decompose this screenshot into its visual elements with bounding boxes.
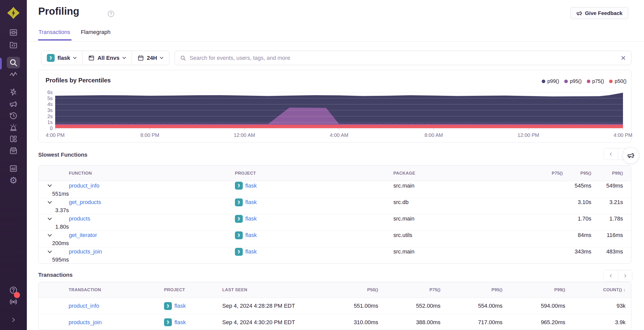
col-p50[interactable]: P50() bbox=[308, 287, 378, 292]
p99-value: 3.37s bbox=[38, 207, 69, 214]
project-link[interactable]: flask bbox=[245, 232, 257, 239]
p95-value: 549ms bbox=[591, 182, 623, 189]
transaction-row: product_infoflaskSep 4, 2024 4:28:28 PM … bbox=[38, 298, 631, 314]
count-value: 3.9k bbox=[565, 319, 626, 326]
page-help-icon[interactable]: ? bbox=[108, 11, 114, 17]
svg-text:12:00 PM: 12:00 PM bbox=[517, 132, 539, 138]
p75-value: 1.70s bbox=[563, 215, 591, 222]
svg-text:5s: 5s bbox=[47, 96, 53, 101]
package-cell: src.main bbox=[393, 182, 563, 189]
col-p95[interactable]: P95() bbox=[440, 287, 502, 292]
col-p95: P95() bbox=[563, 171, 591, 176]
sidebar-item-projects[interactable] bbox=[7, 39, 20, 51]
flask-project-icon bbox=[235, 248, 243, 256]
sidebar-item-issues[interactable] bbox=[7, 27, 20, 38]
project-link[interactable]: flask bbox=[174, 303, 186, 309]
sidebar-item-traces[interactable] bbox=[7, 69, 20, 80]
transaction-row: products_joinflaskSep 4, 2024 4:30:20 PM… bbox=[38, 314, 631, 330]
project-link[interactable]: flask bbox=[245, 248, 257, 255]
prev-page-button[interactable] bbox=[604, 270, 618, 281]
p99-value: 594.00ms bbox=[502, 303, 565, 309]
search-input[interactable] bbox=[190, 55, 617, 61]
function-link[interactable]: product_info bbox=[69, 182, 99, 189]
sidebar-item-stats[interactable] bbox=[7, 163, 20, 174]
sidebar-item-alerts[interactable] bbox=[7, 122, 20, 133]
function-link[interactable]: get_products bbox=[69, 199, 101, 205]
chevron-down-icon bbox=[160, 57, 164, 59]
function-link[interactable]: get_iterator bbox=[69, 232, 97, 238]
tab-bar: Transactions Flamegraph bbox=[38, 29, 111, 41]
expand-row-chevron-icon[interactable] bbox=[48, 201, 69, 204]
clear-search-icon[interactable]: ✕ bbox=[620, 55, 626, 61]
sidebar-item-explore[interactable] bbox=[7, 57, 20, 68]
col-last-seen: LAST SEEN bbox=[222, 287, 308, 292]
count-value: 93k bbox=[565, 303, 626, 309]
sidebar-item-insights[interactable] bbox=[7, 86, 20, 98]
project-link[interactable]: flask bbox=[245, 199, 257, 206]
give-feedback-button[interactable]: Give Feedback bbox=[570, 7, 628, 19]
svg-text:8:00 PM: 8:00 PM bbox=[140, 132, 159, 138]
sidebar-item-dashboards[interactable] bbox=[7, 133, 20, 145]
project-link[interactable]: flask bbox=[245, 182, 257, 189]
gear-icon: ⚙ bbox=[9, 176, 17, 185]
floating-feedback-widget-button[interactable] bbox=[622, 147, 639, 164]
col-p75[interactable]: P75() bbox=[378, 287, 440, 292]
sidebar-item-feedback[interactable] bbox=[7, 98, 20, 110]
p75-value: 388.00ms bbox=[378, 319, 440, 326]
p75-value: 545ms bbox=[563, 182, 591, 189]
prev-page-button[interactable] bbox=[604, 149, 618, 160]
sidebar: ⚙ bbox=[0, 0, 27, 330]
transaction-link[interactable]: product_info bbox=[69, 303, 99, 309]
sidebar-item-settings[interactable]: ⚙ bbox=[7, 175, 20, 186]
sidebar-item-releases[interactable] bbox=[7, 145, 20, 157]
function-link[interactable]: products_join bbox=[69, 248, 102, 255]
package-cell: src.main bbox=[393, 248, 563, 255]
project-filter-button[interactable]: flask bbox=[41, 51, 82, 65]
svg-text:1s: 1s bbox=[47, 119, 53, 125]
next-page-button[interactable] bbox=[618, 270, 632, 281]
expand-row-chevron-icon[interactable] bbox=[48, 250, 69, 253]
package-cell: src.utils bbox=[393, 232, 563, 239]
tab-transactions[interactable]: Transactions bbox=[38, 29, 70, 41]
flask-project-icon bbox=[235, 198, 243, 206]
tab-flamegraph[interactable]: Flamegraph bbox=[81, 29, 110, 41]
col-project: PROJECT bbox=[164, 287, 222, 292]
date-range-filter-button[interactable]: 24H bbox=[132, 51, 169, 65]
p99-value: 595ms bbox=[38, 256, 69, 263]
chevron-down-icon bbox=[73, 57, 77, 59]
project-link[interactable]: flask bbox=[174, 319, 186, 326]
svg-text:3s: 3s bbox=[47, 107, 53, 113]
svg-text:4s: 4s bbox=[47, 101, 53, 107]
expand-row-chevron-icon[interactable] bbox=[48, 217, 69, 220]
transactions-table: TRANSACTION PROJECT LAST SEEN P50() P75(… bbox=[38, 282, 631, 330]
p75-value: 3.10s bbox=[563, 199, 591, 206]
slowest-functions-heading: Slowest Functions bbox=[38, 152, 87, 158]
last-seen-cell: Sep 4, 2024 4:30:20 PM EDT bbox=[222, 319, 308, 326]
flask-project-icon bbox=[235, 215, 243, 223]
svg-text:0: 0 bbox=[50, 125, 53, 131]
project-link[interactable]: flask bbox=[245, 215, 257, 222]
slowest-function-row: product_infoflasksrc.main545ms549ms551ms bbox=[38, 181, 631, 198]
p95-value: 554.00ms bbox=[440, 303, 502, 309]
package-cell: src.main bbox=[393, 215, 563, 222]
filter-group: flask All Envs 24H bbox=[41, 51, 169, 65]
expand-row-chevron-icon[interactable] bbox=[48, 234, 69, 237]
sentry-logo-icon[interactable] bbox=[7, 6, 20, 20]
megaphone-icon bbox=[576, 10, 582, 16]
environment-filter-button[interactable]: All Envs bbox=[82, 51, 132, 65]
search-bar: ✕ bbox=[175, 51, 631, 65]
expand-row-chevron-icon[interactable] bbox=[48, 184, 69, 187]
package-cell: src.db bbox=[393, 199, 563, 206]
profiles-chart-panel: Profiles by Percentiles p99() p95() p75(… bbox=[38, 70, 631, 142]
flask-project-icon bbox=[47, 54, 55, 62]
megaphone-icon bbox=[627, 152, 635, 159]
transaction-link[interactable]: products_join bbox=[69, 319, 102, 325]
sidebar-collapse-button[interactable] bbox=[7, 314, 20, 326]
svg-text:6s: 6s bbox=[47, 89, 53, 95]
sidebar-item-replays[interactable] bbox=[7, 110, 20, 121]
table-header-row: FUNCTIONPROJECTPACKAGEP75()P95()P99() bbox=[38, 166, 631, 181]
transactions-heading: Transactions bbox=[38, 272, 73, 278]
col-p99[interactable]: P99() bbox=[502, 287, 565, 292]
col-count[interactable]: COUNT()↓ bbox=[565, 287, 626, 292]
function-link[interactable]: products bbox=[69, 215, 90, 222]
